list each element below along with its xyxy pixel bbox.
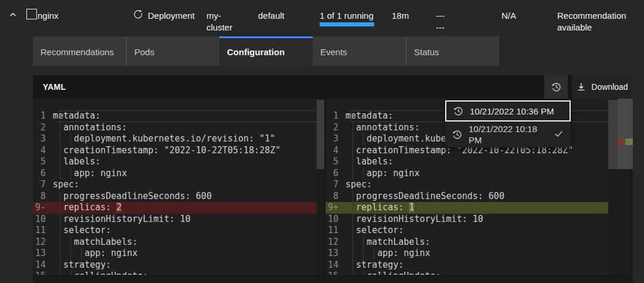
running-progress-bar — [320, 22, 374, 26]
code-text: rollingUpdate: — [345, 271, 441, 275]
indent-guide — [60, 237, 60, 248]
workload-summary-row: nginx Deployment my-cluster default 1 of… — [0, 0, 644, 35]
line-number: 10 — [326, 214, 345, 225]
code-line: 13 app: nginx — [33, 248, 324, 260]
tab-configuration[interactable]: Configuration — [219, 36, 313, 66]
editor-bottom-strip — [33, 275, 633, 283]
code-line: 14 strategy: — [33, 260, 324, 271]
revision-option[interactable]: 10/21/2022 10:18 PM — [445, 122, 571, 147]
indent-guide — [70, 248, 71, 260]
tab-events[interactable]: Events — [313, 36, 406, 66]
indent-guide — [352, 202, 353, 214]
code-text: app: nginx — [345, 168, 419, 178]
indent-guide — [352, 156, 353, 168]
code-line: 11 selector: — [33, 225, 324, 237]
indent-guide — [352, 271, 353, 275]
tab-label: Status — [414, 47, 439, 57]
code-text: deployment.kubernetes.io/revision: "1" — [53, 133, 275, 144]
diff-overview-ruler — [618, 99, 633, 275]
checkmark-icon — [554, 129, 564, 139]
code-text: metadata: — [345, 110, 393, 121]
changed-char: 1 — [409, 202, 414, 213]
code-line: 10 revisionHistoryLimit: 10 — [326, 214, 633, 225]
code-line: 11 selector: — [326, 225, 633, 237]
line-number: 7 — [326, 179, 345, 191]
tab-recommendations[interactable]: Recommendations — [33, 36, 126, 66]
restart-icon — [133, 9, 143, 19]
running-status: 1 of 1 running — [320, 10, 374, 22]
line-number: 3 — [33, 133, 53, 145]
indent-guide — [352, 133, 353, 145]
code-line: 1metadata: — [33, 110, 324, 122]
indent-guide — [60, 271, 60, 275]
indent-guide — [60, 248, 60, 260]
code-line: 9- replicas: 2 — [33, 202, 324, 214]
history-clock-icon — [452, 130, 462, 140]
line-number: 2 — [326, 122, 345, 134]
code-line: 7spec: — [33, 179, 324, 191]
indent-guide — [374, 248, 374, 260]
indent-guide — [352, 122, 353, 134]
code-line: 9+ replicas: 1 — [326, 202, 633, 214]
indent-guide — [363, 133, 364, 145]
revision-option[interactable]: 10/21/2022 10:36 PM — [445, 100, 571, 122]
code-text: metadata: — [53, 110, 100, 121]
indent-guide — [60, 168, 60, 180]
right-pane-scrollbar-ruler[interactable] — [608, 99, 633, 275]
line-number: 12 — [326, 237, 345, 248]
line-number: 14 — [33, 260, 53, 271]
code-text: matchLabels: — [345, 237, 431, 247]
revision-timestamp: 10/21/2022 10:18 PM — [469, 123, 538, 146]
collapse-row-button[interactable] — [8, 9, 20, 21]
changed-char: 2 — [116, 202, 121, 213]
download-button[interactable]: Download — [572, 75, 633, 99]
code-line: 2 annotations: — [33, 122, 324, 134]
line-number: 13 — [33, 248, 53, 260]
code-line: 12 matchLabels: — [326, 237, 633, 248]
workload-checkbox[interactable] — [26, 9, 37, 19]
diff-pane-original[interactable]: 1metadata:2 annotations:3 deployment.kub… — [33, 99, 324, 275]
memory-usage: --- — [436, 22, 445, 32]
code-text: app: nginx — [345, 248, 431, 258]
download-icon — [577, 82, 586, 92]
revision-history-dropdown: 10/21/2022 10:36 PM 10/21/2022 10:18 PM — [445, 100, 571, 147]
tab-label: Events — [320, 47, 347, 57]
code-text: strategy: — [345, 260, 404, 270]
recommendation-status: Recommendation available — [557, 10, 639, 33]
code-line: 6 app: nginx — [33, 168, 324, 180]
line-number: 6 — [326, 168, 345, 180]
code-line: 13 app: nginx — [326, 248, 633, 260]
tab-status[interactable]: Status — [406, 36, 499, 66]
scrollbar-thumb[interactable] — [608, 100, 618, 169]
code-line: 5 labels: — [326, 156, 633, 168]
cpu-usage: --- — [436, 11, 445, 21]
indent-guide — [70, 271, 71, 275]
revision-history-button[interactable] — [544, 75, 568, 99]
code-text: spec: — [53, 179, 79, 190]
removed-diff-marker — [618, 139, 625, 145]
indent-guide — [352, 145, 353, 157]
workload-namespace: default — [258, 10, 284, 22]
code-text: matchLabels: — [53, 237, 138, 247]
code-text: revisionHistoryLimit: 10 — [345, 214, 483, 224]
code-text: app: nginx — [53, 168, 127, 178]
line-number: 7 — [33, 179, 53, 191]
line-number: 1 — [33, 110, 53, 122]
yaml-panel-title: YAML — [43, 82, 66, 92]
indent-guide — [60, 191, 60, 203]
scrollbar-thumb[interactable] — [317, 100, 324, 169]
workload-name[interactable]: nginx — [38, 10, 59, 22]
history-clock-icon — [551, 82, 561, 92]
detail-tabs: RecommendationsPodsConfigurationEventsSt… — [33, 36, 499, 66]
code-line: 15 rollingUpdate: — [33, 271, 324, 275]
left-pane-scrollbar[interactable] — [317, 99, 324, 275]
line-number: 1 — [326, 110, 345, 122]
code-line: 7spec: — [326, 179, 633, 191]
line-number: 8 — [326, 191, 345, 203]
tab-pods[interactable]: Pods — [126, 36, 219, 66]
line-number: 2 — [33, 122, 53, 134]
revision-timestamp: 10/21/2022 10:36 PM — [470, 106, 554, 117]
tab-label: Recommendations — [40, 47, 114, 57]
indent-guide — [60, 122, 60, 134]
line-number: 11 — [33, 225, 53, 237]
